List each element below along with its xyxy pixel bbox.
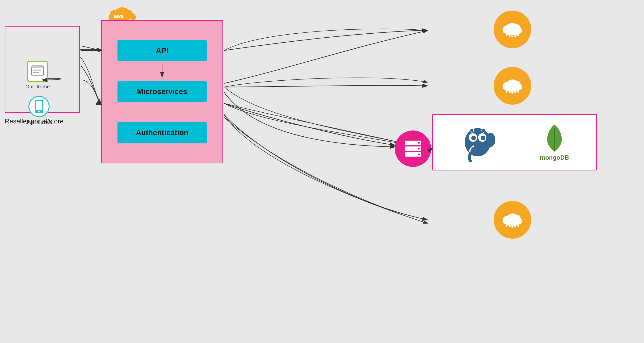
svg-point-29 — [506, 91, 508, 93]
authentication-box: Authentication — [118, 122, 207, 143]
svg-point-30 — [509, 92, 510, 93]
svg-point-38 — [418, 148, 420, 150]
svg-point-9 — [38, 111, 40, 112]
svg-point-57 — [517, 225, 519, 227]
svg-point-33 — [517, 91, 519, 93]
svg-point-52 — [506, 213, 518, 223]
cloud-service-1 — [494, 11, 531, 48]
svg-point-45 — [486, 133, 495, 147]
iframe-icon-container: Our iframe — [25, 61, 50, 90]
svg-point-21 — [509, 35, 510, 37]
mongodb-icon: mongoDB — [540, 123, 569, 161]
svg-point-56 — [514, 225, 516, 227]
svg-point-44 — [481, 136, 486, 140]
svg-rect-8 — [36, 101, 42, 110]
svg-text:aws: aws — [114, 13, 124, 19]
cloud-service-2 — [494, 67, 531, 105]
api-label: API — [156, 46, 168, 55]
cloud-service-3 — [494, 201, 531, 239]
svg-point-32 — [514, 92, 516, 93]
reseller-box: Our iframe User device — [5, 26, 80, 113]
iframe-icon — [27, 61, 48, 82]
aws-services-box: API Microservices Authentication — [101, 20, 223, 163]
svg-point-28 — [506, 80, 518, 89]
reseller-portal-label: Reseller portal/store — [5, 118, 64, 125]
microservices-label: Microservices — [137, 87, 187, 96]
microservices-box: Microservices — [118, 81, 207, 102]
svg-point-37 — [418, 142, 420, 144]
svg-point-55 — [512, 226, 513, 228]
database-box: mongoDB — [432, 114, 597, 170]
svg-rect-2 — [32, 66, 44, 68]
arrows-svg — [0, 0, 644, 343]
database-server-icon — [401, 138, 425, 159]
svg-point-20 — [506, 34, 508, 36]
svg-rect-4 — [33, 72, 39, 73]
svg-point-23 — [514, 35, 516, 37]
svg-point-46 — [470, 129, 474, 132]
api-service-box: API — [118, 40, 207, 61]
cloud-service-icon-1 — [501, 20, 524, 39]
authentication-label: Authentication — [136, 128, 188, 137]
svg-point-39 — [418, 154, 420, 155]
svg-point-31 — [512, 92, 513, 94]
svg-point-22 — [512, 36, 513, 37]
database-server-circle — [395, 131, 431, 167]
svg-point-53 — [506, 225, 508, 227]
svg-point-54 — [509, 225, 510, 227]
svg-point-24 — [517, 34, 519, 36]
diagram-container: Our iframe User device Reseller portal/s… — [0, 0, 644, 343]
device-icon — [28, 96, 50, 117]
iframe-label: Our iframe — [25, 84, 50, 90]
postgresql-icon — [460, 121, 495, 163]
svg-point-43 — [471, 136, 476, 140]
cloud-service-icon-3 — [501, 210, 524, 229]
svg-point-47 — [482, 129, 486, 132]
connection-arrows — [0, 0, 644, 343]
cloud-service-icon-2 — [501, 76, 524, 95]
mongodb-label: mongoDB — [540, 154, 569, 161]
svg-point-19 — [506, 23, 518, 33]
svg-rect-3 — [33, 70, 41, 71]
